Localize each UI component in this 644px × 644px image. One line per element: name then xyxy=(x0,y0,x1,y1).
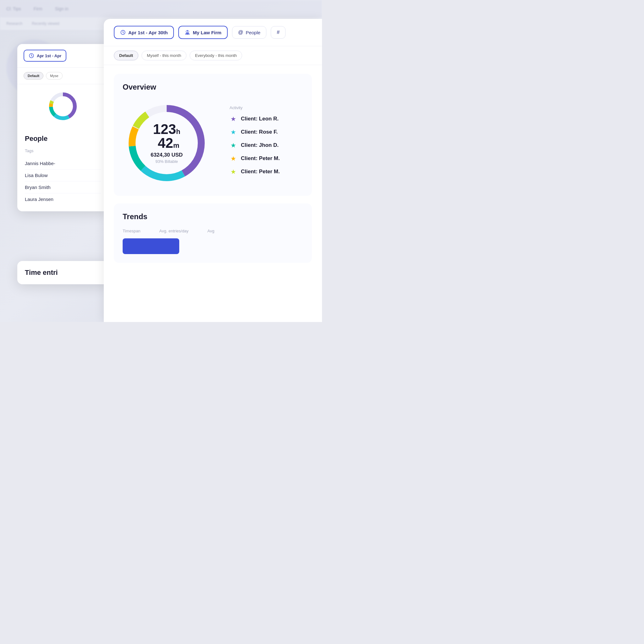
activity-item-4: ★ Client: Peter M. xyxy=(230,155,303,162)
donut-usd: 6324,30 USD xyxy=(145,152,189,158)
hash-icon: # xyxy=(277,30,280,35)
person-item-3[interactable]: Bryan Smith xyxy=(25,181,101,193)
left-panel-date-bar: Apr 1st - Apr xyxy=(17,44,108,68)
overview-body: 123h 42m 6324,30 USD 93% Billable Activi… xyxy=(123,99,303,187)
hours-unit: h xyxy=(176,128,180,136)
clock-icon-top xyxy=(120,30,126,35)
overview-title: Overview xyxy=(123,83,303,92)
donut-billable: 93% Billable xyxy=(145,159,189,164)
trends-header: Timespan Avg. entries/day Avg xyxy=(123,229,303,233)
at-icon: @ xyxy=(238,30,243,35)
timespan-label: Timespan xyxy=(123,229,141,233)
minutes-unit: m xyxy=(173,142,180,149)
activity-name-4: Client: Peter M. xyxy=(241,155,280,162)
left-panel-filters: Default Myse xyxy=(17,68,108,84)
main-panel: Apr 1st - Apr 30th My Law Firm @ People … xyxy=(104,19,322,322)
overview-card: Overview xyxy=(114,74,312,196)
left-panel: Apr 1st - Apr Default Myse xyxy=(17,44,108,211)
activity-item-5: ★ Client: Peter M. xyxy=(230,168,303,175)
avg-label: Avg xyxy=(208,229,214,233)
star-icon-3: ★ xyxy=(230,142,237,149)
activity-item-3: ★ Client: Jhon D. xyxy=(230,142,303,149)
star-icon-2: ★ xyxy=(230,128,237,136)
top-bar: Apr 1st - Apr 30th My Law Firm @ People … xyxy=(104,19,322,46)
donut-center-text: 123h 42m 6324,30 USD 93% Billable xyxy=(145,122,189,164)
time-entries-title: Time entri xyxy=(25,269,101,277)
trends-cols: Timespan Avg. entries/day Avg xyxy=(123,229,214,233)
foreground: Apr 1st - Apr Default Myse xyxy=(0,0,322,322)
person-item-4[interactable]: Laura Jensen xyxy=(25,193,101,205)
scale-icon xyxy=(185,30,190,35)
activity-name-3: Client: Jhon D. xyxy=(241,142,279,148)
preset-default[interactable]: Default xyxy=(114,51,138,60)
clock-icon xyxy=(29,53,34,58)
left-panel-donut-preview xyxy=(17,84,108,128)
person-item-1[interactable]: Jannis Habbe- xyxy=(25,158,101,169)
left-myself-chip[interactable]: Myse xyxy=(46,72,62,80)
star-icon-1: ★ xyxy=(230,115,237,123)
minutes-value: 42 xyxy=(158,135,173,151)
trend-bar xyxy=(123,238,179,254)
bottom-left-panel: Time entri xyxy=(17,261,108,284)
activity-list: Activity ★ Client: Leon R. ★ Client: Ros… xyxy=(230,105,303,181)
left-date-range-text: Apr 1st - Apr xyxy=(37,53,61,58)
activity-item-1: ★ Client: Leon R. xyxy=(230,115,303,123)
avg-entries-label: Avg. entries/day xyxy=(159,229,189,233)
left-default-chip[interactable]: Default xyxy=(24,72,43,80)
tags-label: Tags xyxy=(25,148,101,153)
hours-value: 123 xyxy=(153,121,176,137)
preset-myself[interactable]: Myself - this month xyxy=(142,51,186,60)
left-panel-date-button[interactable]: Apr 1st - Apr xyxy=(24,50,66,62)
donut-chart: 123h 42m 6324,30 USD 93% Billable xyxy=(123,99,211,187)
star-icon-4: ★ xyxy=(230,155,237,162)
activity-name-5: Client: Peter M. xyxy=(241,169,280,175)
left-donut-svg xyxy=(47,91,79,122)
main-content: Overview xyxy=(104,65,322,322)
people-section: People Tags Jannis Habbe- Lisa Bulow Bry… xyxy=(17,128,108,211)
people-title: People xyxy=(25,135,101,143)
activity-name-1: Client: Leon R. xyxy=(241,116,279,122)
activity-name-2: Client: Rose F. xyxy=(241,129,278,135)
trends-title: Trends xyxy=(123,212,303,221)
hash-button[interactable]: # xyxy=(271,26,286,39)
date-range-label: Apr 1st - Apr 30th xyxy=(128,30,168,35)
people-button[interactable]: @ People xyxy=(232,26,266,39)
date-range-button[interactable]: Apr 1st - Apr 30th xyxy=(114,26,174,39)
presets-bar: Default Myself - this month Everybody - … xyxy=(104,46,322,65)
people-label: People xyxy=(246,30,260,35)
trends-card: Trends Timespan Avg. entries/day Avg xyxy=(114,203,312,263)
person-item-2[interactable]: Lisa Bulow xyxy=(25,169,101,181)
activity-item-2: ★ Client: Rose F. xyxy=(230,128,303,136)
donut-hours: 123h 42m xyxy=(145,122,189,150)
preset-everybody[interactable]: Everybody - this month xyxy=(190,51,242,60)
star-icon-5: ★ xyxy=(230,168,237,175)
law-firm-button[interactable]: My Law Firm xyxy=(178,26,228,39)
activity-label: Activity xyxy=(230,105,303,110)
law-firm-label: My Law Firm xyxy=(193,30,221,35)
